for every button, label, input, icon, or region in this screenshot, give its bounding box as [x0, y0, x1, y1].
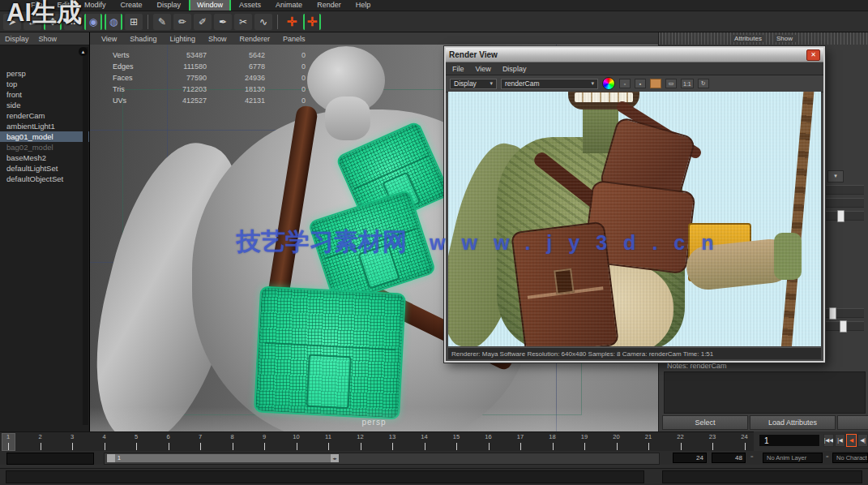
back-arrow-icon[interactable]: ← — [24, 14, 41, 30]
pencil-tool-icon[interactable]: ✎ — [153, 14, 171, 30]
menu-item-window[interactable]: Window — [189, 0, 231, 11]
animation-end-field[interactable]: 48 — [712, 453, 746, 463]
tick-mark — [8, 443, 9, 450]
menu-item-animate[interactable]: Animate — [269, 0, 309, 11]
slider-handle[interactable] — [837, 210, 844, 222]
character-set-selector[interactable]: No Character Set — [832, 453, 868, 463]
polycount-total: 77590 — [156, 74, 215, 82]
wave-tool-icon[interactable]: ∿ — [254, 14, 272, 30]
viewport-menu-renderer[interactable]: Renderer — [239, 35, 270, 43]
range-start-field[interactable] — [6, 453, 94, 465]
outliner-item-bag01-model[interactable]: bag01_model — [0, 131, 89, 142]
outliner-item-top[interactable]: top — [0, 79, 89, 89]
range-start-handle[interactable] — [107, 454, 115, 462]
slider-handle[interactable] — [840, 320, 847, 333]
attribute-menu-attributes[interactable]: Attributes — [731, 35, 765, 42]
go-to-start-button[interactable]: |◀◀ — [823, 434, 834, 447]
range-end-handle[interactable]: ◂▸ — [331, 454, 339, 462]
outliner-item-defaultobjectset[interactable]: defaultObjectSet — [0, 174, 89, 184]
menu-item-render[interactable]: Render — [310, 0, 348, 11]
command-line-result[interactable] — [662, 470, 862, 483]
load-attributes-button[interactable]: Load Attributes — [750, 415, 836, 430]
select-button[interactable]: Select — [662, 415, 748, 430]
display-dropdown[interactable]: Display ▾ — [450, 79, 497, 89]
viewport-menu-show[interactable]: Show — [208, 35, 227, 43]
component-dots-icon[interactable]: ⠿ — [64, 14, 82, 30]
outliner-item-bag02-model[interactable]: bag02_model — [0, 142, 89, 152]
viewport-menu-shading[interactable]: Shading — [130, 35, 156, 43]
polycount-row: Tris712203181300 — [113, 84, 314, 95]
snapshot-icon[interactable]: ▫ — [619, 79, 631, 88]
one-to-one-icon[interactable]: 1:1 — [681, 79, 694, 88]
scissors-tool-icon[interactable]: ✂ — [234, 14, 252, 30]
outliner-item-basemesh2[interactable]: baseMesh2 — [0, 152, 89, 163]
tick-label: 11 — [325, 433, 331, 440]
range-slider-bar[interactable]: ◂▸ 1 — [107, 454, 339, 462]
viewport-menu-view[interactable]: View — [101, 35, 117, 43]
command-line-input[interactable] — [6, 470, 644, 483]
step-back-frame-button[interactable]: |◀ — [835, 434, 845, 447]
add-key-icon[interactable]: ✛ — [283, 14, 301, 30]
current-frame-field[interactable]: 1 — [759, 434, 820, 447]
wireframe-bag-selected[interactable] — [254, 285, 406, 419]
render-camera-dropdown[interactable]: renderCam ▾ — [501, 79, 598, 89]
outliner-scrollbar[interactable] — [83, 47, 88, 425]
viewport-menu-lighting[interactable]: Lighting — [169, 35, 195, 43]
bag-seam — [265, 342, 396, 350]
outliner-item-ambientlight1[interactable]: ambientLight1 — [0, 121, 89, 131]
menu-item-create[interactable]: Create — [114, 0, 149, 11]
pen-tool-icon[interactable]: ✏ — [173, 14, 191, 30]
playback-end-field[interactable]: 24 — [673, 453, 707, 463]
rendered-image-area[interactable] — [448, 92, 821, 346]
insert-key-icon[interactable]: ✛ — [303, 14, 321, 30]
scroll-up-icon[interactable]: ▲ — [79, 47, 88, 56]
keep-image-icon[interactable]: ▪ — [635, 79, 646, 88]
notes-textarea[interactable] — [664, 371, 866, 414]
outliner-item-persp[interactable]: persp — [0, 68, 89, 79]
attribute-editor-buttons: SelectLoad AttributesCopy — [662, 415, 868, 431]
collapse-section-button[interactable]: ▾ — [827, 170, 844, 182]
textured-sphere-icon[interactable]: ◍ — [105, 14, 122, 30]
render-view-menu-display[interactable]: Display — [502, 65, 527, 73]
attribute-menu-show[interactable]: Show — [773, 35, 796, 42]
outliner-menu-display[interactable]: Display — [5, 35, 29, 43]
outliner-item-rendercam[interactable]: renderCam — [0, 110, 89, 121]
close-icon[interactable]: ✕ — [806, 49, 820, 61]
refresh-render-icon[interactable]: ↻ — [698, 79, 709, 88]
color-wheel-icon[interactable] — [602, 77, 615, 90]
exposure-swatch-icon[interactable] — [650, 79, 661, 88]
tick-mark — [520, 443, 521, 450]
outliner-menu-show[interactable]: Show — [39, 35, 58, 43]
menu-item-edit[interactable]: Edit — [51, 0, 77, 11]
slider-handle[interactable] — [829, 307, 836, 320]
step-back-key-button[interactable]: ◀ — [846, 434, 857, 447]
outliner-item-front[interactable]: front — [0, 89, 89, 100]
menu-item-help[interactable]: Help — [349, 0, 378, 11]
grid-layout-icon[interactable]: ⊞ — [125, 14, 143, 30]
copy-button[interactable]: Copy — [837, 415, 868, 430]
character-model-neck[interactable] — [325, 97, 370, 140]
anim-layer-selector[interactable]: No Anim Layer — [763, 453, 823, 463]
time-slider[interactable]: 123456789101112131415161718192021222324 — [0, 431, 754, 451]
frame-region-icon[interactable]: ▭ — [665, 79, 677, 88]
tick-mark — [72, 443, 73, 450]
tick-label: 12 — [357, 433, 363, 440]
render-view-menu-file[interactable]: File — [452, 65, 464, 73]
outliner-item-defaultlightset[interactable]: defaultLightSet — [0, 163, 89, 174]
render-view-menu-view[interactable]: View — [476, 65, 491, 73]
menu-item-modify[interactable]: Modify — [78, 0, 113, 11]
menu-item-assets[interactable]: Assets — [233, 0, 267, 11]
menu-item-display[interactable]: Display — [151, 0, 188, 11]
range-slider-track[interactable]: ◂▸ 1 — [104, 453, 660, 465]
render-view-title-bar[interactable]: Render View ✕ — [446, 48, 823, 62]
tick-label: 9 — [263, 433, 266, 440]
ink-tool-icon[interactable]: ✒ — [214, 14, 232, 30]
select-tool-icon[interactable]: ➤ — [3, 14, 21, 30]
move-tool-icon[interactable]: ✥ — [44, 14, 62, 30]
menu-item-file[interactable]: File — [24, 0, 49, 11]
shaded-sphere-icon[interactable]: ◉ — [84, 14, 102, 30]
nib-tool-icon[interactable]: ✐ — [194, 14, 212, 30]
outliner-item-side[interactable]: side — [0, 100, 89, 110]
viewport-menu-panels[interactable]: Panels — [283, 35, 306, 43]
play-back-button[interactable]: ◀| — [857, 434, 868, 447]
